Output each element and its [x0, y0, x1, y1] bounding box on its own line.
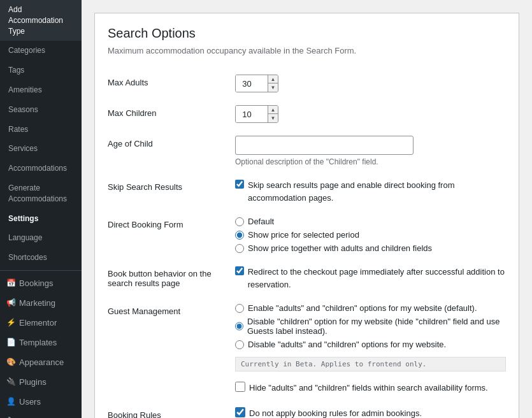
max-adults-spinner: ▲ ▼ [268, 75, 278, 92]
sidebar-item-marketing[interactable]: 📢Marketing [0, 293, 82, 313]
direct-booking-radio-period[interactable] [235, 231, 244, 240]
page-description: Maximum accommodation occupancy availabl… [108, 46, 506, 55]
settings-panel: Search Options Maximum accommodation occ… [94, 13, 519, 418]
direct-booking-row: Direct Booking Form Default Show price f… [108, 210, 506, 259]
sidebar-item-templates[interactable]: 📄Templates [0, 333, 82, 352]
guest-option-0: Enable "adults" and "children" options f… [235, 303, 506, 313]
direct-booking-label-period: Show price for selected period [248, 230, 359, 240]
guest-radio-disable-children[interactable] [235, 322, 243, 331]
beta-badge: Currently in Beta. Applies to frontend o… [235, 357, 506, 371]
max-children-input[interactable] [236, 106, 268, 122]
skip-search-results-row: Skip Search Results Skip search results … [108, 173, 506, 210]
guest-label-disable-children: Disable "children" option for my website… [247, 317, 506, 336]
users-icon: 👤 [6, 397, 15, 406]
guest-option-2: Disable "adults" and "children" options … [235, 340, 506, 349]
direct-booking-label-together: Show price together with adults and chil… [248, 243, 432, 253]
main-content: Search Options Maximum accommodation occ… [82, 0, 532, 418]
sidebar-label-users: Users [19, 397, 41, 407]
guest-radio-disable-all[interactable] [235, 340, 244, 349]
guest-label-disable-all: Disable "adults" and "children" options … [248, 340, 446, 349]
sidebar-item-add-accommodation[interactable]: Add Accommodation Type [0, 0, 82, 41]
max-children-label: Max Children [108, 108, 157, 118]
sidebar-item-services[interactable]: Services [0, 139, 82, 159]
max-children-row: Max Children ▲ ▼ [108, 99, 506, 129]
sidebar-label-elementor: Elementor [19, 318, 57, 328]
sidebar: Add Accommodation TypeCategoriesTagsAmen… [0, 0, 82, 418]
booking-rules-option: Do not apply booking rules for admin boo… [235, 407, 506, 419]
marketing-icon: 📢 [6, 298, 15, 307]
max-adults-label: Max Adults [108, 78, 148, 87]
age-of-child-input[interactable] [235, 136, 413, 155]
book-button-label: Book button behavior on the search resul… [108, 269, 212, 288]
max-children-input-wrap: ▲ ▼ [235, 105, 278, 123]
sidebar-item-seasons[interactable]: Seasons [0, 100, 82, 120]
sidebar-item-amenities[interactable]: Amenities [0, 80, 82, 100]
max-children-spinner: ▲ ▼ [268, 106, 278, 122]
sidebar-item-accommodations[interactable]: Accommodations [0, 159, 82, 178]
booking-rules-label: Booking Rules [108, 410, 161, 419]
direct-booking-option-0: Default [235, 217, 506, 226]
age-of-child-desc: Optional description of the "Children" f… [235, 157, 506, 166]
book-button-row: Book button behavior on the search resul… [108, 259, 506, 297]
age-of-child-row: Age of Child Optional description of the… [108, 129, 506, 173]
booking-rules-checkbox[interactable] [235, 407, 245, 417]
sidebar-label-templates: Templates [19, 338, 57, 347]
elementor-icon: ⚡ [6, 318, 15, 327]
settings-form: Max Adults ▲ ▼ Max Children [108, 68, 506, 418]
max-children-down[interactable]: ▼ [268, 114, 278, 122]
max-adults-up[interactable]: ▲ [268, 75, 278, 83]
book-button-option: Redirect to the checkout page immediatel… [235, 266, 506, 291]
max-adults-input-wrap: ▲ ▼ [235, 75, 278, 92]
max-adults-down[interactable]: ▼ [268, 83, 278, 92]
guest-management-label: Guest Management [108, 306, 180, 316]
book-button-text: Redirect to the checkout page immediatel… [248, 266, 506, 291]
booking-rules-text: Do not apply booking rules for admin boo… [249, 407, 422, 419]
bookings-icon: 📅 [6, 278, 15, 287]
sidebar-item-shortcodes[interactable]: Shortcodes [0, 248, 82, 268]
direct-booking-label: Direct Booking Form [108, 220, 183, 229]
skip-search-results-label: Skip Search Results [108, 182, 182, 192]
appearance-icon: 🎨 [6, 357, 15, 366]
hide-fields-text: Hide "adults" and "children" fields with… [249, 382, 488, 394]
direct-booking-label-default: Default [248, 217, 274, 226]
templates-icon: 📄 [6, 338, 15, 347]
guest-option-1: Disable "children" option for my website… [235, 317, 506, 336]
plugins-icon: 🔌 [6, 377, 15, 386]
guest-options: Enable "adults" and "children" options f… [235, 303, 506, 394]
direct-booking-radio-default[interactable] [235, 217, 244, 226]
guest-radio-enable[interactable] [235, 304, 244, 313]
direct-booking-radio-together[interactable] [235, 244, 244, 253]
sidebar-item-bookings[interactable]: 📅Bookings [0, 273, 82, 293]
max-children-up[interactable]: ▲ [268, 106, 278, 114]
sidebar-item-elementor[interactable]: ⚡Elementor [0, 313, 82, 333]
sidebar-item-tags[interactable]: Tags [0, 61, 82, 80]
sidebar-item-plugins[interactable]: 🔌Plugins [0, 372, 82, 392]
sidebar-label-marketing: Marketing [19, 298, 55, 308]
direct-booking-option-2: Show price together with adults and chil… [235, 243, 506, 253]
sidebar-item-tools[interactable]: 🔧Tools [0, 412, 82, 418]
sidebar-item-generate[interactable]: Generate Accommodations [0, 178, 82, 209]
guest-management-row: Guest Management Enable "adults" and "ch… [108, 297, 506, 401]
sidebar-item-rates[interactable]: Rates [0, 120, 82, 140]
book-button-checkbox[interactable] [235, 266, 244, 276]
sidebar-item-categories[interactable]: Categories [0, 41, 82, 61]
sidebar-label-plugins: Plugins [19, 377, 47, 387]
sidebar-item-appearance[interactable]: 🎨Appearance [0, 352, 82, 372]
hide-fields-option: Hide "adults" and "children" fields with… [235, 382, 506, 394]
max-adults-input[interactable] [236, 75, 268, 92]
skip-search-option: Skip search results page and enable dire… [235, 179, 506, 204]
sidebar-item-settings[interactable]: Settings [0, 209, 82, 229]
page-title: Search Options [108, 26, 506, 41]
sidebar-item-language[interactable]: Language [0, 228, 82, 248]
sidebar-label-appearance: Appearance [19, 357, 64, 367]
guest-label-enable: Enable "adults" and "children" options f… [248, 303, 477, 313]
sidebar-item-users[interactable]: 👤Users [0, 392, 82, 412]
sidebar-label-bookings: Bookings [19, 278, 53, 288]
max-adults-row: Max Adults ▲ ▼ [108, 68, 506, 99]
direct-booking-options: Default Show price for selected period S… [235, 217, 506, 253]
skip-search-checkbox[interactable] [235, 179, 244, 189]
skip-search-text: Skip search results page and enable dire… [248, 179, 506, 204]
booking-rules-row: Booking Rules Do not apply booking rules… [108, 401, 506, 419]
age-of-child-label: Age of Child [108, 139, 153, 148]
hide-fields-checkbox[interactable] [235, 382, 245, 392]
